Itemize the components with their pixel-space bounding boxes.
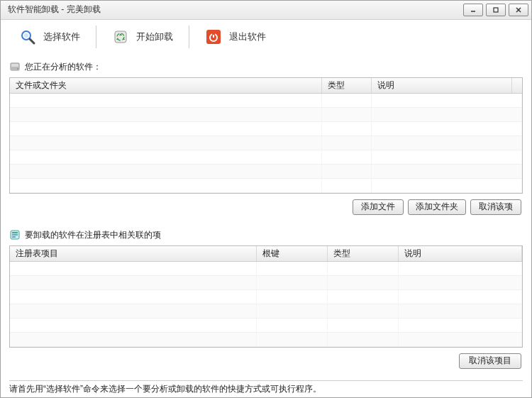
table-row	[10, 122, 522, 136]
files-table-header: 文件或文件夹 类型 说明	[10, 78, 522, 94]
analyzing-header: 您正在分析的软件：	[9, 58, 523, 77]
add-file-button[interactable]: 添加文件	[353, 199, 404, 215]
toolbar-separator	[96, 26, 96, 48]
svg-line-6	[30, 39, 34, 43]
svg-rect-17	[12, 232, 18, 233]
start-uninstall-label: 开始卸载	[136, 31, 173, 43]
registry-section: 要卸载的软件在注册表中相关联的项 注册表项目 根键 类型 说明 取消该项目	[9, 226, 523, 375]
cancel-registry-item-button[interactable]: 取消该项目	[459, 353, 521, 369]
status-text: 请首先用“选择软件”命令来选择一个要分析或卸载的软件的快捷方式或可执行程序。	[9, 383, 321, 395]
column-type[interactable]: 类型	[322, 78, 372, 93]
registry-buttons: 取消该项目	[9, 348, 523, 375]
registry-table: 注册表项目 根键 类型 说明	[9, 245, 523, 348]
table-row	[10, 108, 522, 122]
table-row	[10, 136, 522, 150]
magnifier-icon	[19, 28, 36, 45]
registry-table-header: 注册表项目 根键 类型 说明	[10, 246, 522, 262]
svg-point-15	[17, 68, 18, 70]
svg-rect-1	[494, 8, 498, 12]
power-icon	[205, 28, 222, 45]
table-row	[10, 333, 522, 347]
files-buttons: 添加文件 添加文件夹 取消该项	[9, 194, 523, 221]
maximize-button[interactable]	[486, 4, 506, 16]
select-software-label: 选择软件	[43, 31, 80, 43]
svg-rect-12	[212, 33, 215, 35]
table-row	[10, 179, 522, 193]
exit-software-button[interactable]: 退出软件	[195, 24, 276, 50]
cancel-file-item-button[interactable]: 取消该项	[470, 199, 521, 215]
analyzing-section: 您正在分析的软件： 文件或文件夹 类型 说明 添加文件 添加文件夹 取消该项	[9, 58, 523, 221]
analyzing-title: 您正在分析的软件：	[25, 61, 101, 73]
close-icon	[515, 6, 522, 13]
content-area: 您正在分析的软件： 文件或文件夹 类型 说明 添加文件 添加文件夹 取消该项	[1, 54, 531, 380]
maximize-icon	[492, 6, 499, 13]
table-row	[10, 276, 522, 290]
column-desc[interactable]: 说明	[372, 78, 512, 93]
start-uninstall-button[interactable]: 开始卸载	[102, 24, 183, 50]
disk-icon	[9, 61, 21, 72]
add-folder-button[interactable]: 添加文件夹	[408, 199, 466, 215]
table-row	[10, 290, 522, 304]
column-root[interactable]: 根键	[257, 246, 328, 261]
column-file[interactable]: 文件或文件夹	[10, 78, 322, 93]
table-row	[10, 304, 522, 319]
toolbar: 选择软件 开始卸载 退出软件	[1, 20, 531, 54]
column-reg[interactable]: 注册表项目	[10, 246, 257, 261]
select-software-button[interactable]: 选择软件	[9, 24, 90, 50]
table-row	[10, 319, 522, 333]
table-row	[10, 262, 522, 276]
svg-point-5	[24, 33, 28, 38]
table-row	[10, 150, 522, 165]
files-table-body[interactable]	[10, 94, 522, 193]
titlebar: 软件智能卸载 - 完美卸载	[1, 1, 531, 20]
column-regdesc[interactable]: 说明	[399, 246, 522, 261]
registry-table-body[interactable]	[10, 262, 522, 347]
table-row	[10, 94, 522, 108]
svg-rect-18	[12, 234, 18, 236]
window-title: 软件智能卸载 - 完美卸载	[8, 4, 463, 16]
registry-header: 要卸载的软件在注册表中相关联的项	[9, 226, 523, 245]
table-row	[10, 165, 522, 179]
column-regtype[interactable]: 类型	[328, 246, 399, 261]
registry-icon	[9, 229, 21, 241]
window-controls	[463, 4, 528, 16]
svg-rect-19	[12, 236, 16, 238]
minimize-icon	[470, 6, 477, 13]
exit-software-label: 退出软件	[229, 31, 266, 43]
column-check[interactable]	[512, 78, 522, 93]
minimize-button[interactable]	[463, 4, 483, 16]
recycle-icon	[112, 28, 129, 45]
files-table: 文件或文件夹 类型 说明	[9, 77, 523, 194]
close-button[interactable]	[509, 4, 528, 16]
registry-title: 要卸载的软件在注册表中相关联的项	[25, 229, 161, 241]
statusbar: 请首先用“选择软件”命令来选择一个要分析或卸载的软件的快捷方式或可执行程序。	[1, 381, 531, 397]
toolbar-separator	[189, 26, 189, 48]
